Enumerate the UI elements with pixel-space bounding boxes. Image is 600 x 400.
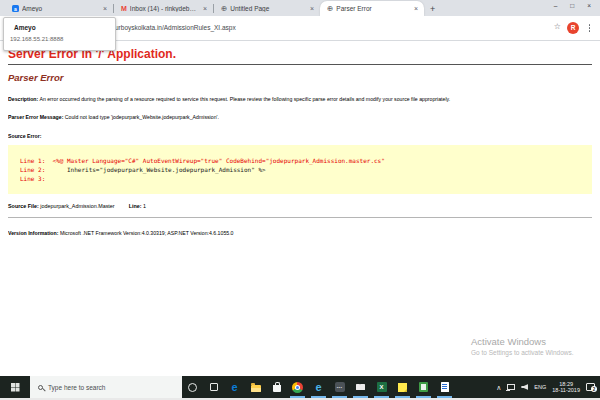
line-number-label: Line:	[129, 203, 142, 209]
tab-close-icon[interactable]: ×	[309, 4, 315, 13]
menu-dots-icon[interactable]	[589, 24, 591, 26]
blue-doc-button[interactable]	[434, 376, 455, 398]
divider	[8, 217, 592, 218]
line2-code: Inherits="jodepurpark_Website.jodepurpar…	[53, 166, 266, 173]
code-line-2: Line 2: Inherits="jodepurpark_Website.jo…	[20, 165, 592, 174]
line1-label: Line 1:	[20, 157, 53, 164]
tray-chevron-up-icon[interactable]: ∧	[496, 384, 501, 391]
ameyo-favicon-icon: a	[12, 5, 19, 12]
restore-icon[interactable]: □	[570, 3, 574, 10]
parser-error-message-line: Parser Error Message: Could not load typ…	[8, 114, 592, 121]
excel-icon: X	[377, 382, 387, 392]
source-error-label: Source Error:	[8, 133, 41, 139]
network-icon[interactable]	[507, 384, 515, 390]
action-center-icon[interactable]: 2	[586, 383, 595, 391]
close-icon[interactable]: ×	[587, 3, 591, 10]
store-button[interactable]	[266, 376, 287, 398]
clock-date: 18-11-2019	[552, 387, 580, 393]
folder-icon	[251, 385, 261, 392]
start-button[interactable]	[0, 376, 30, 398]
sticky-notes-button[interactable]	[392, 376, 413, 398]
cortana-button[interactable]	[182, 376, 203, 398]
speaker-icon[interactable]	[521, 384, 528, 390]
tab-title: Parser Error	[336, 5, 410, 12]
app-icon: •••	[335, 382, 345, 392]
parser-error-text: Could not load type 'jodepurpark_Website…	[63, 114, 219, 120]
description-label: Description:	[8, 96, 38, 102]
search-placeholder: Type here to search	[48, 384, 105, 391]
tab-hover-tooltip: Ameyo 192.168.55.21:8888	[3, 17, 116, 51]
profile-avatar[interactable]: R	[567, 22, 579, 34]
internet-explorer-icon: e	[315, 382, 321, 393]
source-error-label-line: Source Error:	[8, 133, 592, 140]
pinned-app-button[interactable]: •••	[329, 376, 350, 398]
excel-button[interactable]: X	[371, 376, 392, 398]
source-file-label: Source File:	[8, 203, 39, 209]
edge-icon: e	[231, 382, 237, 393]
tab-title: Inbox (14) - rinkydeb@hdfcsale	[130, 5, 199, 12]
screen: a Ameyo × M Inbox (14) - rinkydeb@hdfcsa…	[0, 0, 600, 400]
system-tray: ∧ ENG 18:29 18-11-2019 2	[496, 381, 600, 394]
tab-title: Untitled Page	[230, 5, 306, 12]
line-number-value: 1	[142, 203, 147, 209]
source-file-value: jodepurpark_Admission.Master	[39, 203, 115, 209]
taskbar: Type here to search e e ••• X ∧ ENG 18:2…	[0, 376, 600, 398]
address-bar-url[interactable]: urboyskolkata.in/AdmissionRules_XI.aspx	[115, 24, 236, 31]
mail-button[interactable]	[350, 376, 371, 398]
error-page: Server Error in '/' Application. Parser …	[0, 42, 600, 377]
activate-windows-watermark: Activate Windows Go to Settings to activ…	[471, 336, 574, 356]
cortana-icon	[188, 383, 197, 392]
tab-title: Ameyo	[22, 5, 99, 12]
line1-code: <%@ Master Language="C#" AutoEventWireup…	[53, 157, 385, 164]
windows-logo-icon	[11, 383, 15, 387]
watermark-subtitle: Go to Settings to activate Windows.	[471, 349, 574, 356]
window-controls: – □ ×	[548, 0, 600, 13]
new-tab-button[interactable]: +	[430, 5, 435, 14]
task-view-button[interactable]	[203, 376, 224, 398]
version-info-line: Version Information: Microsoft .NET Fram…	[8, 230, 592, 237]
tab-parser-error-active[interactable]: ⊕ Parser Error ×	[320, 1, 424, 16]
internet-explorer-button[interactable]: e	[308, 376, 329, 398]
tab-close-icon[interactable]: ×	[102, 4, 108, 13]
language-indicator[interactable]: ENG	[534, 384, 546, 390]
mail-envelope-icon	[356, 384, 365, 391]
version-label: Version Information:	[8, 230, 58, 236]
line3-label: Line 3:	[20, 175, 45, 182]
watermark-title: Activate Windows	[471, 336, 574, 347]
line2-label: Line 2:	[20, 166, 53, 173]
taskbar-search-input[interactable]: Type here to search	[30, 376, 182, 398]
green-doc-button[interactable]	[413, 376, 434, 398]
minimize-icon[interactable]: –	[554, 3, 558, 10]
description-line: Description: An error occurred during th…	[8, 96, 592, 103]
error-subtitle: Parser Error	[8, 73, 592, 83]
chrome-button[interactable]	[287, 376, 308, 398]
parser-error-label: Parser Error Message:	[8, 114, 63, 120]
tab-untitled-page[interactable]: ⊕ Untitled Page ×	[214, 1, 320, 16]
taskbar-clock[interactable]: 18:29 18-11-2019	[552, 381, 580, 394]
tab-close-icon[interactable]: ×	[202, 4, 208, 13]
divider	[8, 64, 592, 65]
search-icon	[38, 385, 43, 390]
code-line-1: Line 1: <%@ Master Language="C#" AutoEve…	[20, 156, 592, 165]
code-line-3: Line 3:	[20, 174, 592, 183]
tooltip-title: Ameyo	[14, 24, 115, 31]
store-bag-icon	[273, 385, 281, 392]
gmail-favicon-icon: M	[121, 5, 127, 12]
task-view-icon	[210, 383, 218, 391]
chrome-icon	[292, 382, 303, 393]
sticky-note-icon	[398, 383, 407, 392]
document-icon	[419, 382, 428, 392]
tab-ameyo[interactable]: a Ameyo ×	[5, 1, 113, 16]
tab-gmail-inbox[interactable]: M Inbox (14) - rinkydeb@hdfcsale ×	[114, 1, 213, 16]
notification-badge: 2	[591, 386, 597, 392]
document-icon	[441, 382, 449, 392]
description-text: An error occurred during the parsing of …	[38, 96, 450, 102]
version-text: Microsoft .NET Framework Version:4.0.303…	[58, 230, 233, 236]
bookmark-star-icon[interactable]: ☆	[554, 23, 561, 31]
tab-close-icon[interactable]: ×	[413, 4, 419, 13]
tooltip-url: 192.168.55.21:8888	[10, 36, 115, 42]
edge-button[interactable]: e	[224, 376, 245, 398]
globe-favicon-icon: ⊕	[221, 5, 227, 13]
file-explorer-button[interactable]	[245, 376, 266, 398]
globe-favicon-icon: ⊕	[327, 5, 333, 13]
